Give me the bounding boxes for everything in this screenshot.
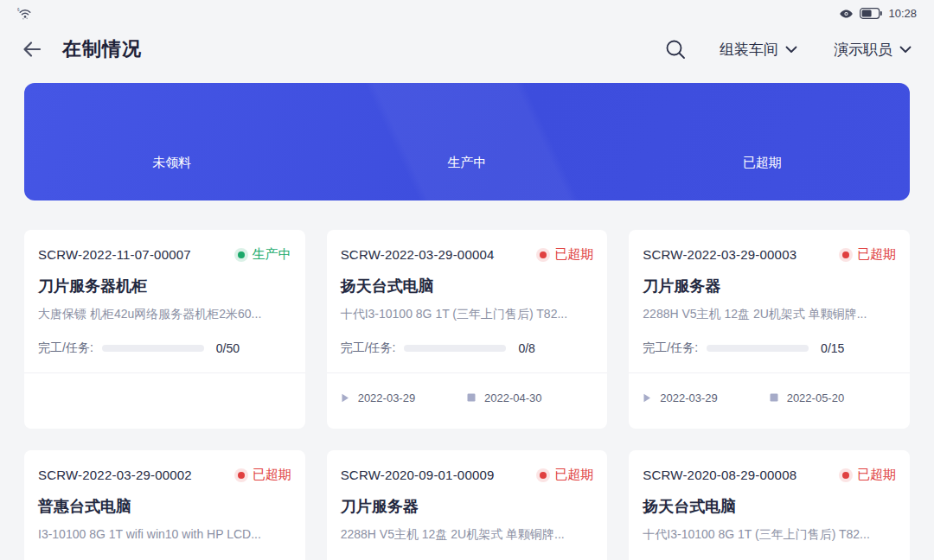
- start-date-item: 2022-03-29: [341, 391, 467, 404]
- status-dot-icon: [540, 251, 547, 258]
- eye-icon: [839, 9, 854, 19]
- status-bar: 6 10:28: [0, 0, 934, 22]
- chevron-down-icon: [785, 46, 797, 54]
- end-date-item: [164, 393, 291, 402]
- status-dot-icon: [238, 472, 245, 479]
- start-date-item: 2022-03-29: [643, 391, 769, 404]
- start-date: 2022-03-29: [358, 391, 416, 404]
- card-footer: [24, 373, 305, 422]
- card-footer: 2022-03-29 2022-05-20: [629, 373, 910, 422]
- order-number: SCRW-2020-08-29-00008: [643, 468, 796, 482]
- svg-text:6: 6: [17, 7, 20, 11]
- work-order-card[interactable]: SCRW-2022-03-29-00003 已超期 刀片服务器 2288H V5…: [629, 230, 910, 429]
- chevron-down-icon: [899, 46, 912, 54]
- status-badge: 已超期: [536, 246, 593, 263]
- status-label: 已超期: [857, 467, 896, 483]
- product-title: 普惠台式电脑: [24, 496, 305, 517]
- status-label: 已超期: [253, 467, 291, 483]
- stop-square-icon: [770, 393, 778, 402]
- product-title: 扬天台式电脑: [629, 496, 910, 517]
- page-title: 在制情况: [62, 36, 142, 62]
- summary-banner: 未领料 生产中 已超期: [24, 83, 910, 200]
- order-number: SCRW-2022-03-29-00003: [643, 247, 796, 262]
- product-description: 十代I3-10100 8G 1T (三年上门售后) T82...: [629, 527, 910, 543]
- progress-value: 0/15: [821, 341, 844, 355]
- progress-value: 0/8: [518, 341, 534, 355]
- product-title: 刀片服务器机柜: [24, 276, 305, 296]
- progress-bar: [404, 345, 506, 352]
- wifi-icon: 6: [17, 7, 33, 21]
- end-date-item: 2022-04-30: [467, 391, 593, 404]
- progress-row: 完工/任务: 0/8: [327, 340, 608, 356]
- product-title: 扬天台式电脑: [327, 276, 608, 296]
- end-date: 2022-04-30: [484, 391, 542, 404]
- progress-row: 完工/任务: 0/50: [24, 340, 305, 356]
- status-label: 已超期: [554, 467, 593, 483]
- progress-label: 完工/任务:: [341, 340, 396, 356]
- product-description: 2288H V5主机 12盘 2U机架式 单颗铜牌...: [629, 307, 910, 322]
- order-number: SCRW-2022-11-07-00007: [38, 247, 191, 262]
- product-description: I3-10100 8G 1T wifi win10 with HP LCD...: [24, 527, 305, 541]
- progress-label: 完工/任务:: [38, 340, 93, 356]
- battery-icon: [860, 8, 882, 19]
- progress-bar: [707, 345, 809, 352]
- user-selector[interactable]: 演示职员: [834, 40, 912, 60]
- status-dot-icon: [540, 472, 547, 479]
- tab-in-production[interactable]: 生产中: [319, 155, 614, 171]
- work-order-card[interactable]: SCRW-2020-09-01-00009 已超期 刀片服务器 2288H V5…: [327, 450, 608, 560]
- status-badge: 生产中: [234, 246, 291, 263]
- product-title: 刀片服务器: [629, 276, 910, 296]
- status-dot-icon: [842, 251, 849, 258]
- status-dot-icon: [842, 472, 849, 479]
- order-number: SCRW-2022-03-29-00004: [341, 247, 495, 262]
- product-title: 刀片服务器: [327, 496, 608, 517]
- play-triangle-icon: [341, 393, 349, 403]
- status-label: 已超期: [857, 246, 896, 263]
- start-date-item: [38, 393, 164, 403]
- status-dot-icon: [238, 251, 245, 258]
- work-order-card[interactable]: SCRW-2022-03-29-00002 已超期 普惠台式电脑 I3-1010…: [24, 450, 305, 560]
- back-button[interactable]: [21, 39, 43, 60]
- end-date-item: 2022-05-20: [770, 391, 896, 404]
- workshop-selector[interactable]: 组装车间: [720, 40, 797, 60]
- progress-value: 0/50: [216, 341, 240, 355]
- status-label: 生产中: [253, 246, 291, 263]
- work-order-card[interactable]: SCRW-2022-11-07-00007 生产中 刀片服务器机柜 大唐保镖 机…: [24, 230, 305, 429]
- work-order-list: SCRW-2022-11-07-00007 生产中 刀片服务器机柜 大唐保镖 机…: [24, 230, 910, 560]
- user-selector-label: 演示职员: [834, 40, 892, 60]
- order-number: SCRW-2020-09-01-00009: [341, 468, 495, 482]
- status-badge: 已超期: [839, 246, 896, 263]
- work-order-card[interactable]: SCRW-2020-08-29-00008 已超期 扬天台式电脑 十代I3-10…: [629, 450, 910, 560]
- stop-square-icon: [467, 393, 476, 402]
- end-date: 2022-05-20: [787, 391, 845, 404]
- play-triangle-icon: [643, 393, 651, 403]
- order-number: SCRW-2022-03-29-00002: [38, 468, 192, 482]
- status-label: 已超期: [554, 246, 593, 263]
- progress-row: 完工/任务: 0/15: [629, 340, 910, 356]
- product-description: 十代I3-10100 8G 1T (三年上门售后) T82...: [327, 307, 608, 322]
- tab-not-picked[interactable]: 未领料: [24, 155, 319, 171]
- progress-label: 完工/任务:: [643, 340, 698, 356]
- start-date: 2022-03-29: [660, 391, 718, 404]
- tab-overdue[interactable]: 已超期: [615, 155, 910, 171]
- status-badge: 已超期: [839, 467, 896, 483]
- status-badge: 已超期: [234, 467, 291, 483]
- status-badge: 已超期: [536, 467, 593, 483]
- progress-bar: [102, 345, 204, 352]
- card-footer: 2022-03-29 2022-04-30: [327, 373, 608, 422]
- search-icon[interactable]: [664, 38, 687, 60]
- product-description: 2288H V5主机 12盘 2U机架式 单颗铜牌...: [327, 527, 608, 543]
- page-header: 在制情况 组装车间 演示职员: [0, 22, 934, 69]
- product-description: 大唐保镖 机柜42u网络服务器机柜2米60...: [24, 307, 305, 322]
- clock-time: 10:28: [888, 7, 917, 20]
- workshop-selector-label: 组装车间: [720, 40, 778, 60]
- work-order-card[interactable]: SCRW-2022-03-29-00004 已超期 扬天台式电脑 十代I3-10…: [327, 230, 608, 429]
